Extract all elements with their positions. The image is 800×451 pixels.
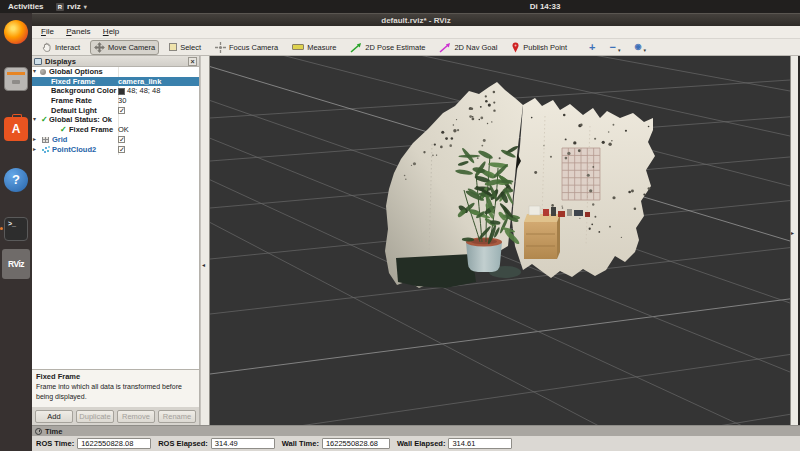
pointcloud-icon bbox=[42, 149, 44, 151]
menu-panels[interactable]: Panels bbox=[61, 26, 95, 37]
ruler-icon bbox=[292, 44, 304, 50]
tree-row-global-status[interactable]: ▾ ✓ Global Status: Ok bbox=[32, 115, 199, 125]
chevron-down-icon: ▾ bbox=[84, 3, 87, 10]
checkbox-checked[interactable] bbox=[118, 146, 125, 153]
status-ok-icon: ✓ bbox=[60, 125, 67, 135]
collapse-left-icon[interactable]: ◂ bbox=[202, 261, 205, 268]
move-icon bbox=[94, 42, 105, 53]
wall-time-label: Wall Time: bbox=[282, 439, 319, 448]
tree-row-pointcloud2[interactable]: ▸ PointCloud2 bbox=[32, 145, 199, 155]
row-value[interactable]: 48; 48; 48 bbox=[118, 86, 160, 96]
grid-display-icon bbox=[42, 137, 49, 143]
displays-buttons: Add Duplicate Remove Rename bbox=[32, 407, 199, 425]
displays-panel-title: Displays bbox=[45, 57, 76, 66]
time-panel-header[interactable]: Time bbox=[32, 425, 800, 436]
tool-focus-camera[interactable]: Focus Camera bbox=[211, 40, 282, 55]
checkbox-checked[interactable] bbox=[118, 107, 125, 114]
menu-help[interactable]: Help bbox=[98, 26, 124, 37]
left-splitter[interactable]: ◂ bbox=[200, 56, 210, 425]
time-panel-title: Time bbox=[45, 427, 62, 436]
activities-button[interactable]: Activities bbox=[8, 2, 44, 11]
rviz-dock-icon[interactable]: RViz bbox=[2, 249, 30, 279]
expander-icon[interactable]: ▸ bbox=[33, 135, 36, 145]
add-button[interactable]: Add bbox=[35, 410, 73, 423]
tree-row-global-options[interactable]: ▾ Global Options bbox=[32, 67, 199, 77]
tree-row-background-color[interactable]: Background Color 48; 48; 48 bbox=[32, 86, 199, 96]
menu-file[interactable]: File bbox=[36, 26, 59, 37]
displays-tree: ▾ Global Options Fixed Frame camera_link… bbox=[32, 67, 199, 369]
tree-row-fixed-frame-status[interactable]: ✓ Fixed Frame OK bbox=[32, 125, 199, 135]
tool-select[interactable]: Select bbox=[165, 41, 205, 54]
right-splitter[interactable]: ▸ bbox=[790, 56, 798, 425]
tool-2d-nav-goal[interactable]: 2D Nav Goal bbox=[435, 40, 501, 55]
row-value[interactable]: 30 bbox=[118, 96, 126, 106]
tree-row-frame-rate[interactable]: Frame Rate 30 bbox=[32, 96, 199, 106]
wall-time-input[interactable]: 1622550828.68 bbox=[322, 438, 390, 449]
collapse-right-icon[interactable]: ▸ bbox=[791, 229, 794, 236]
tool-measure[interactable]: Measure bbox=[288, 41, 340, 54]
ubuntu-top-bar: Activities R rviz ▾ Di 14:33 bbox=[0, 0, 800, 13]
tool-properties-button[interactable]: ◉ ▾ bbox=[631, 39, 651, 55]
window-blind bbox=[562, 148, 600, 200]
wall-elapsed-field: Wall Elapsed: 314.61 bbox=[397, 438, 512, 449]
displays-panel: Displays × ▾ Global Options Fixed Frame … bbox=[32, 56, 200, 425]
tool-2d-pose-estimate[interactable]: 2D Pose Estimate bbox=[346, 40, 429, 55]
ubuntu-software-icon[interactable]: A bbox=[4, 117, 28, 141]
tree-row-grid[interactable]: ▸ Grid bbox=[32, 135, 199, 145]
green-arrow-icon bbox=[350, 42, 362, 53]
terminal-icon[interactable]: >_ bbox=[4, 217, 28, 241]
duplicate-button[interactable]: Duplicate bbox=[76, 410, 114, 423]
expander-icon[interactable]: ▾ bbox=[33, 67, 36, 77]
expander-icon[interactable]: ▸ bbox=[33, 145, 36, 155]
magenta-arrow-icon bbox=[439, 42, 451, 53]
desktop: Activities R rviz ▾ Di 14:33 A ? >_ RViz… bbox=[0, 0, 800, 451]
tool-label: 2D Pose Estimate bbox=[365, 43, 425, 52]
tool-interact[interactable]: Interact bbox=[38, 40, 84, 54]
window-titlebar[interactable]: default.rviz* - RViz bbox=[32, 13, 800, 26]
remove-tool-button[interactable]: − ▾ bbox=[606, 39, 625, 55]
plant-pot bbox=[466, 238, 502, 273]
ros-elapsed-input[interactable]: 314.49 bbox=[211, 438, 275, 449]
tool-label: Select bbox=[180, 43, 201, 52]
tool-label: Move Camera bbox=[108, 43, 155, 52]
property-help-title: Fixed Frame bbox=[36, 372, 80, 381]
tree-row-default-light[interactable]: Default Light bbox=[32, 106, 199, 116]
firefox-icon[interactable] bbox=[4, 20, 28, 44]
rviz-mini-icon: R bbox=[56, 3, 64, 11]
display-icon bbox=[34, 58, 42, 65]
rename-button[interactable]: Rename bbox=[158, 410, 196, 423]
close-icon[interactable]: × bbox=[188, 57, 197, 66]
plus-icon: + bbox=[589, 42, 595, 52]
tool-label: Measure bbox=[307, 43, 336, 52]
help-icon[interactable]: ? bbox=[4, 168, 28, 192]
remove-button[interactable]: Remove bbox=[117, 410, 155, 423]
chevron-down-icon: ▾ bbox=[618, 47, 621, 53]
tree-row-fixed-frame[interactable]: Fixed Frame camera_link bbox=[32, 77, 199, 87]
tool-properties-icon: ◉ bbox=[635, 42, 642, 52]
menubar: File Panels Help bbox=[32, 26, 800, 38]
row-label: Fixed Frame bbox=[69, 125, 113, 135]
app-indicator-label: rviz bbox=[67, 2, 81, 11]
ros-time-input[interactable]: 1622550828.08 bbox=[77, 438, 151, 449]
ros-elapsed-label: ROS Elapsed: bbox=[158, 439, 208, 448]
chevron-down-icon: ▾ bbox=[643, 47, 646, 53]
tool-move-camera[interactable]: Move Camera bbox=[90, 40, 159, 55]
pin-icon bbox=[511, 42, 520, 53]
expander-icon[interactable]: ▾ bbox=[33, 115, 36, 125]
clock[interactable]: Di 14:33 bbox=[515, 2, 575, 11]
clock-icon bbox=[35, 428, 42, 435]
crosshair-icon bbox=[215, 42, 226, 53]
files-icon[interactable] bbox=[4, 67, 28, 91]
displays-panel-header[interactable]: Displays × bbox=[32, 56, 199, 67]
app-indicator[interactable]: R rviz ▾ bbox=[56, 2, 87, 11]
toolbar: Interact Move Camera Select Focus Camera… bbox=[32, 38, 800, 56]
minus-icon: − bbox=[610, 42, 616, 52]
render-viewport[interactable] bbox=[210, 56, 790, 425]
tool-publish-point[interactable]: Publish Point bbox=[507, 40, 571, 55]
hand-icon bbox=[42, 42, 52, 52]
checkbox-checked[interactable] bbox=[118, 136, 125, 143]
add-tool-button[interactable]: + bbox=[585, 40, 599, 54]
tool-label: Publish Point bbox=[523, 43, 567, 52]
row-value[interactable]: camera_link bbox=[118, 77, 161, 87]
wall-elapsed-input[interactable]: 314.61 bbox=[448, 438, 512, 449]
